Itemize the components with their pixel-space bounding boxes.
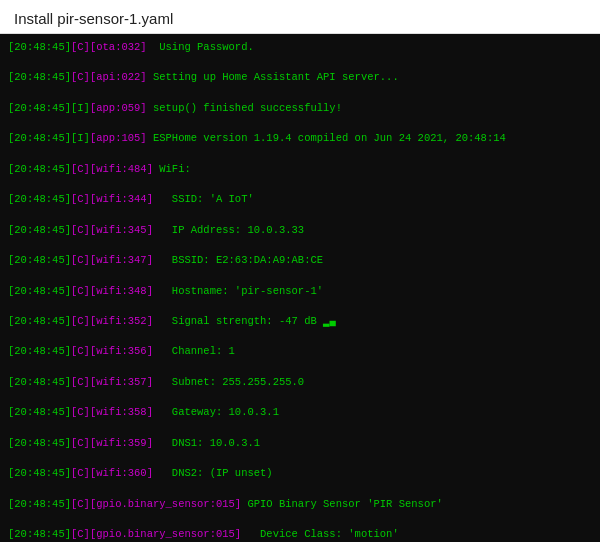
title-bar: Install pir-sensor-1.yaml bbox=[0, 0, 600, 34]
terminal-output[interactable]: [20:48:45][C][ota:032] Using Password.[2… bbox=[0, 34, 600, 542]
main-window: Install pir-sensor-1.yaml [20:48:45][C][… bbox=[0, 0, 600, 542]
page-title: Install pir-sensor-1.yaml bbox=[14, 10, 586, 27]
